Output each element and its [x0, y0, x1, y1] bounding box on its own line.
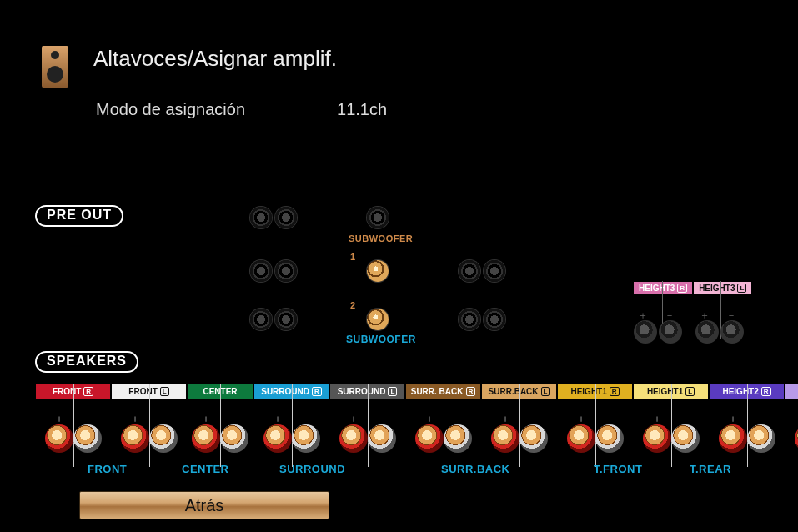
speaker-column: FRONTR＋－	[35, 384, 111, 453]
speaker-group-label: FRONT	[88, 463, 127, 475]
preout-jack-pair	[250, 207, 297, 228]
binding-post-positive: ＋	[192, 424, 220, 453]
preout-jack-pair	[250, 309, 297, 330]
preout-jack-pair	[250, 260, 297, 282]
binding-post-negative: －	[747, 424, 775, 453]
binding-post-positive: ＋	[121, 424, 149, 453]
minus-icon: －	[158, 412, 168, 426]
mode-value: 11.1ch	[337, 100, 387, 119]
height3-r-label: HEIGHT3	[639, 284, 675, 293]
minus-icon: －	[529, 412, 539, 426]
binding-post-pair: ＋－	[633, 424, 709, 453]
speaker-column: HEIGHT1R＋－	[557, 384, 633, 453]
minus-icon: －	[377, 412, 387, 426]
binding-post-negative: －	[220, 424, 248, 453]
r-badge: R	[83, 387, 93, 396]
speaker-group-label: SURR.BACK	[441, 463, 510, 475]
binding-post-positive: ＋	[45, 424, 73, 453]
speaker-tab-label: SURR. BACK	[411, 387, 464, 396]
speaker-column: SURROUNDL＋－	[329, 384, 405, 453]
plus-icon: ＋	[500, 412, 510, 426]
speaker-tab-label: HEIGHT1	[570, 387, 606, 396]
height3-l-tab: HEIGHT3 L	[693, 281, 752, 295]
binding-post-pair: ＋－	[111, 424, 187, 453]
l-badge: L	[160, 387, 169, 396]
binding-post	[695, 320, 719, 344]
speaker-column: HEIGHT1L＋－	[633, 384, 709, 453]
minus-icon: －	[453, 412, 463, 426]
speaker-column: SURR.BACKL＋－	[481, 384, 557, 453]
plus-icon: ＋	[349, 412, 359, 426]
l-badge: L	[388, 387, 397, 396]
preout-area: SUBWOOFER 1 2 SUBWOOFER	[242, 200, 650, 342]
speaker-group-label: T.FRONT	[594, 463, 642, 475]
binding-post-negative: －	[292, 424, 320, 453]
plus-icon: ＋	[576, 412, 586, 426]
back-button[interactable]: Atrás	[79, 491, 329, 519]
speaker-column: HEIGHT2L＋－	[785, 384, 798, 453]
preout-jack-pair	[459, 309, 505, 330]
binding-post-positive: ＋	[719, 424, 747, 453]
speaker-group-label: SURROUND	[279, 463, 345, 475]
binding-post-positive: ＋	[795, 424, 799, 453]
plus-icon: ＋	[130, 412, 140, 426]
l-badge: L	[737, 284, 746, 293]
binding-post-pair: ＋－	[35, 424, 111, 453]
l-badge: L	[685, 387, 695, 396]
binding-post-pair: ＋－	[481, 424, 557, 453]
binding-post-negative: －	[368, 424, 396, 453]
binding-post-positive: ＋	[643, 424, 671, 453]
minus-icon: －	[83, 412, 93, 426]
mode-label: Modo de asignación	[96, 100, 245, 119]
subwoofer-jack-1	[367, 260, 389, 282]
plus-icon: ＋	[273, 412, 283, 426]
plus-icon: ＋	[201, 412, 211, 426]
preout-jack	[367, 207, 389, 228]
speaker-column: CENTER＋－	[187, 384, 253, 453]
subwoofer-label-top: SUBWOOFER	[349, 233, 413, 243]
binding-post-negative: －	[519, 424, 548, 453]
r-badge: R	[610, 387, 620, 396]
binding-post-positive: ＋	[415, 424, 444, 453]
speaker-group-label: CENTER	[182, 463, 228, 475]
speaker-tab-label: SURR.BACK	[489, 387, 539, 396]
binding-post-negative: －	[595, 424, 624, 453]
plus-icon: ＋	[652, 412, 662, 426]
r-badge: R	[761, 387, 771, 396]
plus-icon: ＋	[424, 412, 434, 426]
binding-post-negative: －	[149, 424, 178, 453]
binding-post-positive: ＋	[567, 424, 595, 453]
minus-icon: －	[726, 309, 736, 323]
plus-icon: ＋	[54, 412, 64, 426]
subwoofer-label-bottom: SUBWOOFER	[346, 334, 416, 345]
speakers-section-label: SPEAKERS	[35, 351, 138, 373]
minus-icon: －	[665, 309, 675, 323]
binding-post	[659, 320, 682, 344]
speaker-tab-label: FRONT	[128, 387, 157, 396]
speaker-column: HEIGHT2R＋－	[709, 384, 785, 453]
height3-block: HEIGHT3 R HEIGHT3 L ＋ － ＋ －	[633, 281, 752, 347]
r-badge: R	[466, 387, 476, 396]
minus-icon: －	[680, 412, 690, 426]
preout-jack-pair	[459, 260, 505, 282]
speaker-column: SURROUNDR＋－	[253, 384, 329, 453]
binding-post-pair: ＋－	[253, 424, 329, 453]
minus-icon: －	[756, 412, 766, 426]
binding-post-negative: －	[671, 424, 700, 453]
minus-icon: －	[229, 412, 239, 426]
speaker-column: FRONTL＋－	[111, 384, 187, 453]
preout-section-label: PRE OUT	[35, 205, 123, 227]
speaker-tab-label: HEIGHT2	[722, 387, 758, 396]
minus-icon: －	[605, 412, 615, 426]
binding-post	[720, 320, 744, 344]
page-title: Altavoces/Asignar amplif.	[93, 46, 337, 72]
speakers-row: FRONTR＋－FRONTL＋－CENTER＋－SURROUNDR＋－SURRO…	[35, 384, 798, 453]
plus-icon: ＋	[728, 412, 738, 426]
speaker-tab-label: SURROUND	[261, 387, 309, 396]
binding-post	[634, 320, 657, 344]
binding-post-positive: ＋	[339, 424, 368, 453]
plus-icon: ＋	[700, 309, 710, 323]
speaker-tab: HEIGHT2L	[785, 384, 798, 399]
subwoofer-num-2: 2	[350, 300, 355, 310]
subwoofer-jack-2	[367, 309, 389, 330]
